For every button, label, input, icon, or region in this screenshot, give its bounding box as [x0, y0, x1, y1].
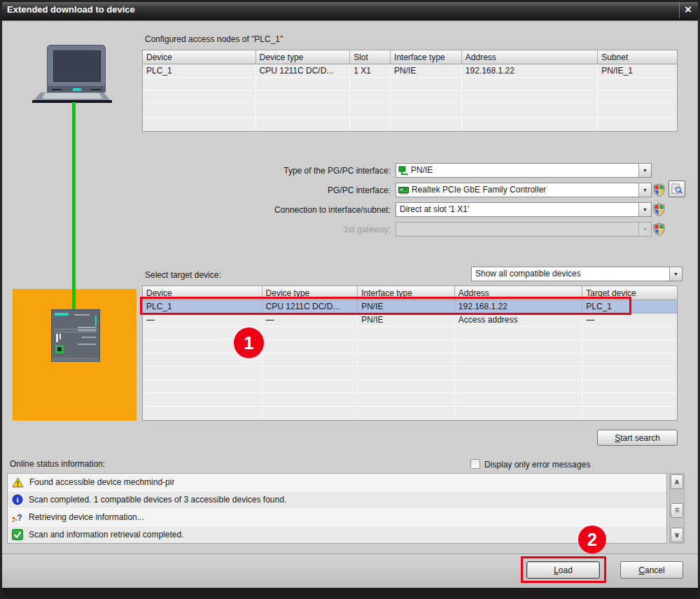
annotation-step-2: 2: [578, 526, 606, 554]
error-only-checkbox[interactable]: [470, 459, 480, 469]
column-header: Interface type: [391, 50, 462, 64]
column-header: Address: [462, 50, 598, 64]
error-only-label: Display only error messages: [484, 460, 590, 470]
pgpc-type-label: Type of the PG/PC interface:: [175, 166, 391, 176]
scroll-up-icon[interactable]: ∧: [671, 474, 683, 489]
table-row-empty: [143, 78, 677, 91]
network-cable: [72, 102, 76, 309]
pgpc-interface-dropdown[interactable]: Realtek PCIe GbE Family Controller ▼: [396, 183, 652, 197]
column-header: Device: [143, 50, 256, 64]
status-scrollbar[interactable]: ∧ ≡ ∨: [669, 473, 685, 544]
pnie-network-icon: [398, 166, 409, 176]
status-message-list: ! Found accessible device mechmind-pir i…: [7, 473, 667, 544]
magnifier-icon: [671, 183, 682, 195]
info-icon: i: [12, 494, 23, 505]
chevron-down-icon[interactable]: ▼: [638, 183, 651, 197]
retrieving-icon: ?: [12, 512, 23, 523]
success-check-icon: [12, 529, 23, 540]
table-row-empty: [143, 393, 677, 407]
cancel-button[interactable]: Cancel: [620, 561, 683, 579]
close-icon[interactable]: ×: [679, 2, 696, 18]
table-row-empty: [143, 353, 677, 367]
laptop-screen: [53, 50, 101, 82]
table-row-empty: [143, 380, 677, 393]
scroll-down-icon[interactable]: ∨: [671, 528, 683, 542]
subnet-connection-dropdown[interactable]: Direct at slot '1 X1' ▼: [396, 202, 652, 217]
browse-devices-button[interactable]: [668, 181, 685, 197]
subnet-connection-label: Connection to interface/subnet:: [175, 205, 391, 215]
scroll-thumb[interactable]: ≡: [671, 503, 683, 518]
laptop-keyboard: [42, 93, 102, 99]
plc-teal-stripe: [95, 316, 97, 326]
start-search-button[interactable]: Start search: [597, 430, 678, 446]
table-row-empty: [143, 327, 677, 340]
table-row-empty: [143, 340, 677, 353]
column-header: Subnet: [598, 50, 677, 64]
pgpc-type-dropdown[interactable]: PN/IE ▼: [396, 163, 652, 178]
subnet-connection-value: Direct at slot '1 X1': [400, 203, 638, 216]
configured-nodes-label: Configured access nodes of "PLC_1": [145, 34, 283, 44]
svg-text:?: ?: [17, 513, 22, 523]
chevron-down-icon: ▼: [638, 223, 651, 236]
plc-led: [55, 345, 64, 353]
dialog-title: Extended download to device: [7, 4, 135, 15]
annotation-step-1: 1: [234, 327, 264, 358]
table-row-empty: [143, 367, 677, 380]
status-message: ! Found accessible device mechmind-pir: [8, 474, 666, 491]
svg-text:!: !: [17, 479, 19, 487]
pgpc-interface-value: Realtek PCIe GbE Family Controller: [412, 183, 638, 197]
online-status-label: Online status information:: [10, 459, 105, 469]
gateway-dropdown: ▼: [396, 222, 652, 237]
status-message: i Scan completed. 1 compatible devices o…: [8, 491, 666, 509]
laptop-power-light: [73, 88, 81, 91]
annotation-box-selected-row: [140, 297, 631, 315]
security-shield-icon: [653, 203, 665, 216]
column-header: Slot: [350, 50, 391, 64]
configured-nodes-table: Device Device type Slot Interface type A…: [142, 50, 678, 132]
security-shield-icon: [653, 183, 665, 197]
table-row-empty: [143, 91, 677, 104]
column-header: Device type: [256, 50, 351, 64]
network-card-icon: [398, 185, 410, 195]
siemens-logo: [55, 313, 69, 316]
warning-icon: !: [12, 477, 24, 488]
laptop-detail: [91, 89, 101, 90]
laptop-detail: [52, 89, 62, 90]
chevron-down-icon[interactable]: ▼: [669, 267, 682, 281]
table-row-empty: [143, 118, 677, 131]
table-row-empty: [143, 407, 677, 420]
select-target-label: Select target device:: [145, 270, 221, 280]
device-filter-value: Show all compatible devices: [475, 267, 669, 281]
gateway-label: 1st gateway:: [175, 225, 391, 234]
table-header-row: Device Device type Slot Interface type A…: [143, 50, 677, 64]
plc-illustration: [51, 309, 100, 362]
target-device-row[interactable]: — — PN/IE Access address —: [143, 313, 677, 327]
dialog-bottom-edge: [0, 588, 700, 599]
pgpc-type-value: PN/IE: [411, 164, 638, 177]
annotation-box-load-button: [521, 556, 606, 583]
status-message: ? Retrieving device information...: [8, 509, 666, 526]
table-row[interactable]: PLC_1 CPU 1211C DC/D... 1 X1 PN/IE 192.1…: [143, 64, 677, 78]
status-message: Scan and information retrieval completed…: [8, 526, 666, 543]
pgpc-interface-label: PG/PC interface:: [175, 185, 391, 195]
svg-text:i: i: [16, 495, 18, 504]
chevron-down-icon[interactable]: ▼: [638, 164, 651, 177]
security-shield-icon: [653, 223, 665, 236]
extended-download-dialog: Extended download to device × Flash LED: [0, 0, 700, 599]
title-bar: Extended download to device ×: [0, 0, 700, 21]
chevron-down-icon[interactable]: ▼: [638, 203, 651, 216]
table-row-empty: [143, 104, 677, 118]
device-filter-dropdown[interactable]: Show all compatible devices ▼: [471, 267, 682, 281]
